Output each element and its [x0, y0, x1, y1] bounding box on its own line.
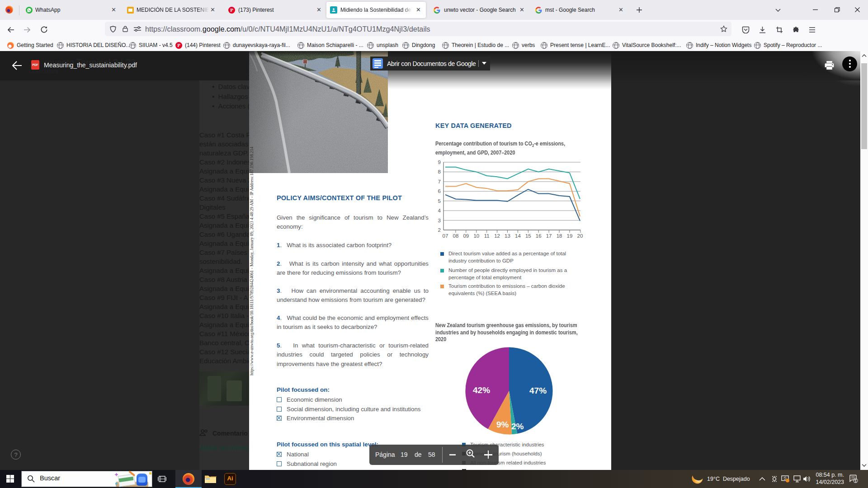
svg-text:2: 2	[438, 227, 441, 233]
svg-text:4: 4	[438, 208, 441, 213]
svg-text:7: 7	[438, 179, 441, 184]
svg-text:19: 19	[567, 233, 573, 239]
svg-text:09: 09	[463, 233, 469, 239]
svg-text:07: 07	[443, 233, 448, 239]
svg-text:18: 18	[557, 233, 562, 239]
svg-text:17: 17	[546, 233, 552, 239]
svg-text:14: 14	[515, 233, 521, 239]
svg-text:1: 1	[854, 479, 857, 483]
svg-text:8: 8	[438, 169, 441, 174]
svg-text:6: 6	[438, 188, 441, 194]
svg-text:10: 10	[473, 233, 479, 239]
svg-text:11: 11	[484, 233, 490, 239]
svg-text:5: 5	[438, 198, 441, 204]
svg-text:9: 9	[438, 160, 441, 165]
svg-text:13: 13	[505, 233, 510, 239]
svg-text:16: 16	[536, 233, 542, 239]
svg-text:3: 3	[438, 218, 441, 223]
svg-text:20: 20	[577, 233, 583, 239]
svg-text:12: 12	[494, 233, 500, 239]
svg-text:08: 08	[453, 233, 459, 239]
svg-text:15: 15	[525, 233, 531, 239]
